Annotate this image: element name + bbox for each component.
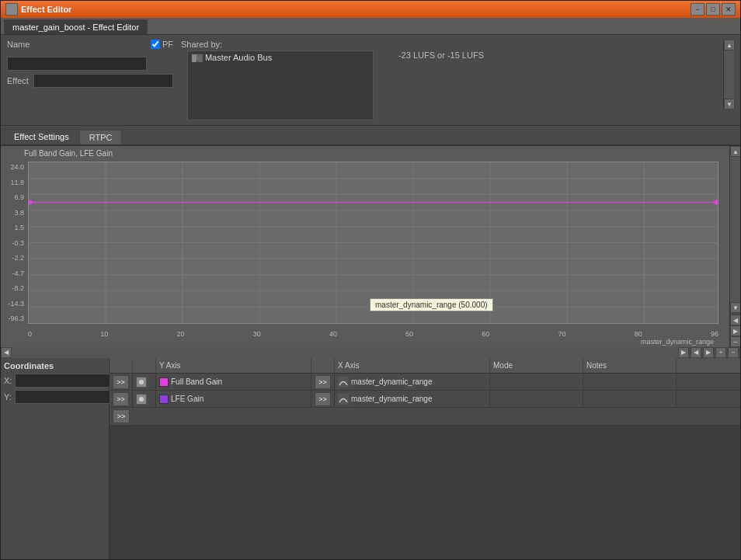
coord-y-label: Y:: [4, 392, 12, 402]
graph-scroll-down[interactable]: ▼: [730, 302, 740, 313]
row1-move-icon[interactable]: [136, 377, 147, 388]
x-label-4: 40: [329, 330, 337, 338]
zoom-next[interactable]: ▶: [703, 347, 714, 358]
graph-zoom-out[interactable]: ◀: [730, 315, 740, 325]
row1-arrow2: >>: [311, 374, 335, 390]
svg-rect-0: [192, 54, 197, 62]
top-left: Name PF master_gain_boost Effect Wwise G…: [7, 40, 173, 120]
col-header-yaxis: Y Axis: [156, 358, 311, 373]
row2-mode: [490, 391, 583, 407]
row2-arrow-btn[interactable]: >>: [113, 392, 129, 406]
hscroll-right[interactable]: ▶: [678, 347, 689, 358]
x-label-7: 70: [558, 330, 566, 338]
row2-move-icon[interactable]: [136, 394, 147, 405]
shared-by-box: Master Audio Bus: [187, 50, 374, 120]
effect-settings-tab-label: Effect Settings: [14, 132, 69, 141]
row2-xaxis-label: master_dynamic_range: [351, 395, 433, 403]
y-label-9: -14.3: [1, 300, 26, 308]
window-title: Effect Editor: [21, 5, 687, 14]
hscroll-left[interactable]: ◀: [1, 347, 12, 358]
lufs-text: -23 LUFS or -15 LUFS: [398, 50, 484, 60]
effect-input[interactable]: Wwise Gain: [33, 74, 173, 88]
name-row: Name PF: [7, 40, 173, 49]
row1-yaxis: Full Band Gain: [156, 374, 311, 390]
close-button[interactable]: ✕: [722, 3, 736, 16]
zoom-sub[interactable]: −: [728, 347, 739, 358]
name-input[interactable]: master_gain_boost: [7, 57, 147, 71]
scroll-down-btn[interactable]: ▼: [724, 99, 735, 110]
row1-arrow1: >>: [110, 374, 133, 390]
shared-item-label: Master Audio Bus: [205, 53, 272, 62]
minimize-button[interactable]: −: [691, 3, 704, 16]
top-main-row: Name PF master_gain_boost Effect Wwise G…: [7, 40, 734, 120]
coord-y-input[interactable]: [15, 390, 118, 404]
content-area: Name PF master_gain_boost Effect Wwise G…: [1, 35, 740, 559]
scroll-up-btn[interactable]: ▲: [724, 40, 735, 50]
tab-bar: master_gain_boost - Effect Editor: [1, 18, 740, 35]
col-header-notes: Notes: [583, 358, 677, 373]
graph-zoom-in[interactable]: ▶: [730, 325, 740, 336]
zoom-add[interactable]: +: [715, 347, 726, 358]
x-label-8: 80: [635, 330, 642, 338]
rtpc-table: Y Axis X Axis Mode Notes: [110, 358, 740, 559]
row1-color-swatch: [159, 377, 169, 387]
hscroll-track[interactable]: [12, 347, 678, 358]
y-label-6: -2.2: [1, 254, 26, 262]
col-header-xaxis: X Axis: [335, 358, 490, 373]
row1-yaxis-label: Full Band Gain: [171, 377, 222, 386]
x-label-9: 96: [711, 330, 718, 338]
rtpc-tab[interactable]: RTPC: [79, 130, 123, 144]
y-label-3: 3.8: [1, 209, 26, 217]
effect-settings-tab[interactable]: Effect Settings: [4, 129, 79, 144]
graph-tooltip: master_dynamic_range (50.000): [370, 298, 493, 311]
rtpc-table-header: Y Axis X Axis Mode Notes: [110, 358, 740, 374]
row2-curve-icon: [338, 394, 349, 405]
window-icon: [5, 3, 18, 16]
row2-arrow2-btn[interactable]: >>: [315, 392, 331, 406]
y-label-4: 1.5: [1, 224, 26, 231]
x-label-6: 60: [482, 330, 489, 338]
rtpc-tab-label: RTPC: [89, 133, 113, 142]
row2-icons: [133, 391, 156, 407]
hscroll-bar: ◀ ▶ ◀ ▶ + −: [1, 347, 740, 358]
top-section: Name PF master_gain_boost Effect Wwise G…: [1, 35, 740, 126]
row1-arrow-btn[interactable]: >>: [113, 375, 129, 389]
pf-checkbox[interactable]: [151, 40, 160, 49]
top-scrollbar: ▲ ▼: [723, 40, 734, 110]
add-row-btn[interactable]: >>: [113, 409, 130, 423]
y-label-7: -4.7: [1, 270, 26, 277]
y-label-2: 6.9: [1, 193, 26, 201]
coord-x-input[interactable]: [15, 374, 118, 388]
x-label-2: 20: [176, 330, 184, 338]
graph-container: Full Band Gain, LFE Gain 24.0 11.8 6.9 3…: [1, 146, 729, 347]
row1-icons: [133, 374, 156, 390]
maximize-button[interactable]: □: [706, 3, 720, 16]
graph-section: Full Band Gain, LFE Gain 24.0 11.8 6.9 3…: [1, 146, 740, 347]
y-axis-labels: 24.0 11.8 6.9 3.8 1.5 -0.3 -2.2 -4.7 -8.…: [1, 162, 28, 324]
row2-yaxis: LFE Gain: [156, 391, 311, 407]
y-label-8: -8.2: [1, 284, 26, 292]
add-row: >>: [110, 408, 740, 425]
coord-x-label: X:: [4, 376, 12, 385]
shared-by-label: Shared by:: [181, 40, 374, 49]
zoom-prev[interactable]: ◀: [691, 347, 701, 358]
y-label-1: 11.8: [1, 179, 26, 186]
main-tab[interactable]: master_gain_boost - Effect Editor: [4, 19, 148, 34]
coord-y-row: Y:: [4, 390, 106, 404]
graph-minus[interactable]: −: [730, 336, 740, 347]
svg-point-20: [29, 200, 33, 204]
top-right: Shared by: Master Audio Bus: [181, 40, 734, 120]
shared-item: Master Audio Bus: [188, 51, 373, 64]
effect-row: Effect Wwise Gain: [7, 74, 173, 88]
graph-scroll-up[interactable]: ▲: [730, 146, 740, 157]
x-label-1: 10: [100, 330, 108, 338]
graph-title: Full Band Gain, LFE Gain: [24, 149, 113, 158]
row1-arrow2-btn[interactable]: >>: [315, 375, 331, 389]
row1-xaxis-label: master_dynamic_range: [351, 377, 433, 386]
row1-notes: [583, 374, 677, 390]
col-header-mode: Mode: [490, 358, 583, 373]
coord-x-row: X:: [4, 374, 106, 388]
main-window: Effect Editor − □ ✕ master_gain_boost - …: [0, 0, 741, 560]
row1-curve-icon: [338, 377, 349, 388]
y-label-10: -96.3: [1, 315, 26, 322]
